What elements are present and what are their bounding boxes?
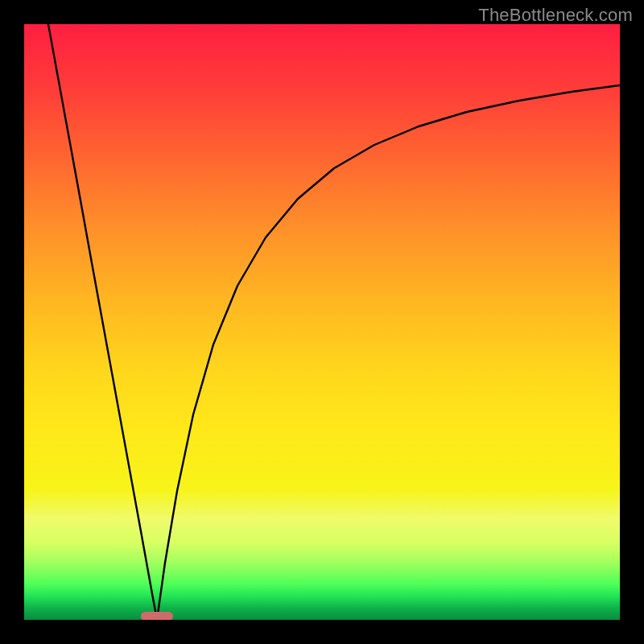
curve-path bbox=[48, 24, 620, 620]
minimum-marker bbox=[141, 612, 173, 621]
plot-area bbox=[24, 24, 620, 620]
attribution-text: TheBottleneck.com bbox=[478, 5, 633, 26]
chart-frame: TheBottleneck.com bbox=[0, 0, 644, 644]
bottleneck-curve bbox=[24, 24, 620, 620]
